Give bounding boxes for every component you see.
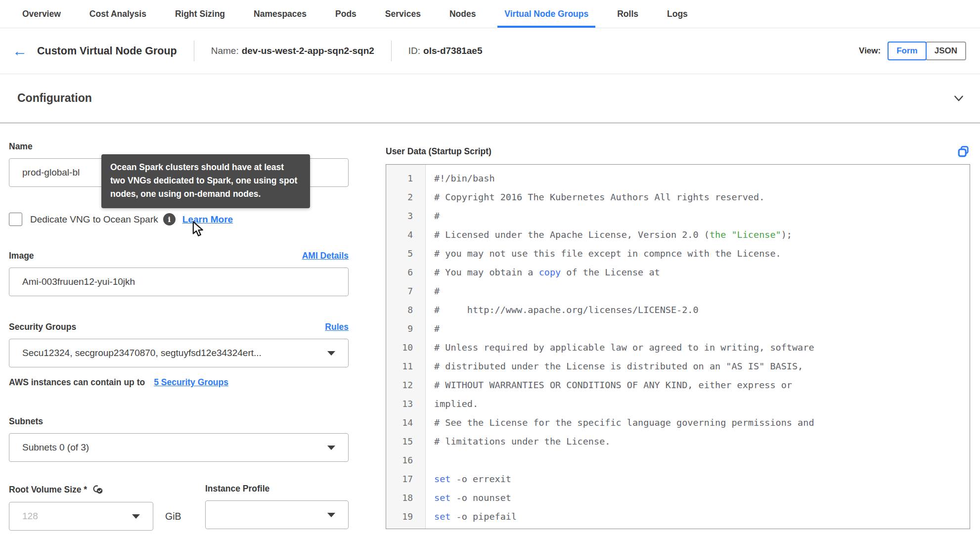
learn-more-link[interactable]: Learn More (182, 214, 233, 225)
vng-id-value: ols-d7381ae5 (423, 45, 482, 56)
subnets-dropdown[interactable]: Subnets 0 (of 3) (9, 433, 349, 462)
tab-services[interactable]: Services (385, 0, 421, 28)
copy-icon[interactable] (957, 145, 970, 158)
code-line: # (434, 207, 970, 225)
tab-logs[interactable]: Logs (667, 0, 688, 28)
ami-details-link[interactable]: AMI Details (302, 251, 349, 261)
line-number: 5 (386, 244, 425, 263)
image-field-label: Image (9, 251, 34, 261)
view-label: View: (859, 46, 881, 56)
line-number: 2 (386, 188, 425, 207)
line-number: 7 (386, 282, 425, 301)
line-number: 15 (386, 432, 425, 451)
image-input[interactable]: Ami-003fruuen12-yui-10jkh (9, 268, 349, 296)
five-security-groups-link[interactable]: 5 Security Groups (154, 377, 228, 388)
page-header: ← Custom Virtual Node Group Name:dev-us-… (0, 28, 980, 74)
view-json-button[interactable]: JSON (926, 42, 966, 60)
line-number: 1 (386, 169, 425, 188)
code-line: # you may not use this file except in co… (434, 244, 970, 263)
vng-name-value: dev-us-west-2-app-sqn2-sqn2 (242, 45, 374, 56)
tab-label: Virtual Node Groups (504, 9, 588, 19)
subnets-value: Subnets 0 (of 3) (22, 442, 89, 453)
tab-label: Overview (22, 9, 61, 19)
bottom-field-row: Root Volume Size * 128 GiB Instance Prof… (9, 484, 349, 533)
line-number: 11 (386, 357, 425, 376)
line-number: 19 (386, 507, 425, 526)
code-line: # Licensed under the Apache License, Ver… (434, 225, 970, 244)
code-line: set -o pipefail (434, 507, 970, 526)
gib-unit-label: GiB (165, 511, 181, 522)
line-number: 18 (386, 489, 425, 507)
tab-label: Logs (667, 9, 688, 19)
chevron-down-icon[interactable] (952, 92, 965, 105)
view-toggle: Form JSON (888, 42, 966, 60)
back-arrow-icon[interactable]: ← (12, 44, 27, 58)
code-line: # distributed under the License is distr… (434, 357, 970, 376)
name-input-value: prod-global-bl (22, 167, 80, 178)
tab-label: Namespaces (254, 9, 307, 19)
root-volume-size-placeholder: 128 (22, 511, 38, 522)
view-form-button[interactable]: Form (888, 42, 927, 60)
info-icon[interactable]: i (163, 213, 176, 225)
tab-cost-analysis[interactable]: Cost Analysis (89, 0, 146, 28)
tab-right-sizing[interactable]: Right Sizing (175, 0, 225, 28)
code-line: # Unless required by applicable law or a… (434, 338, 970, 357)
tab-label: Cost Analysis (89, 9, 146, 19)
instance-profile-label: Instance Profile (205, 484, 269, 494)
security-groups-hint: AWS instances can contain up to 5 Securi… (9, 377, 349, 388)
code-lines: #!/bin/bash# Copyright 2016 The Kubernet… (426, 165, 970, 529)
security-groups-label: Security Groups (9, 322, 76, 332)
line-number: 9 (386, 319, 425, 338)
code-line: # http://www.apache.org/licenses/LICENSE… (434, 301, 970, 319)
mouse-cursor (191, 221, 206, 237)
tab-virtual-node-groups[interactable]: Virtual Node Groups (504, 0, 588, 28)
divider (194, 41, 194, 61)
vng-id: ID:ols-d7381ae5 (408, 45, 483, 56)
tab-overview[interactable]: Overview (22, 0, 61, 28)
ocean-spark-tooltip: Ocean Spark clusters should have at leas… (101, 154, 310, 208)
code-line: implied. (434, 395, 970, 413)
caret-down-icon (132, 514, 140, 519)
code-editor[interactable]: 12345678910111213141516171819 #!/bin/bas… (386, 164, 970, 529)
code-line: # Copyright 2016 The Kubernetes Authors … (434, 188, 970, 207)
code-line: # (434, 282, 970, 301)
configuration-section-header: Configuration (0, 74, 980, 124)
subnets-label: Subnets (9, 416, 43, 427)
line-number: 6 (386, 263, 425, 282)
caret-down-icon (327, 351, 335, 356)
vng-name: Name:dev-us-west-2-app-sqn2-sqn2 (211, 45, 374, 56)
tab-pods[interactable]: Pods (335, 0, 356, 28)
tab-namespaces[interactable]: Namespaces (254, 0, 307, 28)
link-check-icon (92, 484, 104, 495)
security-groups-dropdown[interactable]: Secu12324, secgroup23470870, segtuyfsd12… (9, 339, 349, 367)
caret-down-icon (327, 446, 335, 450)
main-content: Name prod-global-bl Ocean Spark clusters… (0, 124, 980, 533)
name-field-label: Name (9, 141, 33, 152)
user-data-column: User Data (Startup Script) 1234567891011… (386, 124, 970, 533)
rules-link[interactable]: Rules (325, 322, 349, 332)
line-number: 10 (386, 338, 425, 357)
code-line: set -o errexit (434, 470, 970, 489)
security-groups-value: Secu12324, secgroup23470870, segtuyfsd12… (22, 348, 262, 359)
line-number: 13 (386, 395, 425, 413)
tab-label: Right Sizing (175, 9, 225, 19)
image-input-value: Ami-003fruuen12-yui-10jkh (22, 276, 135, 287)
security-groups-hint-text: AWS instances can contain up to (9, 377, 145, 388)
line-number: 3 (386, 207, 425, 225)
dedicate-vng-checkbox[interactable] (9, 213, 22, 226)
tab-label: Rolls (617, 9, 638, 19)
tab-bar: OverviewCost AnalysisRight SizingNamespa… (0, 0, 980, 28)
user-data-label: User Data (Startup Script) (386, 146, 491, 157)
code-line: # You may obtain a copy of the License a… (434, 263, 970, 282)
page-title: Custom Virtual Node Group (37, 45, 177, 57)
active-tab-underline (497, 26, 595, 28)
tab-rolls[interactable]: Rolls (617, 0, 638, 28)
instance-profile-dropdown[interactable] (205, 500, 349, 529)
tab-label: Pods (335, 9, 356, 19)
line-number: 14 (386, 413, 425, 432)
root-volume-size-dropdown[interactable]: 128 (9, 502, 153, 531)
tab-label: Nodes (449, 9, 476, 19)
vng-name-label: Name: (211, 45, 239, 56)
tab-nodes[interactable]: Nodes (449, 0, 476, 28)
vng-id-label: ID: (408, 45, 420, 56)
